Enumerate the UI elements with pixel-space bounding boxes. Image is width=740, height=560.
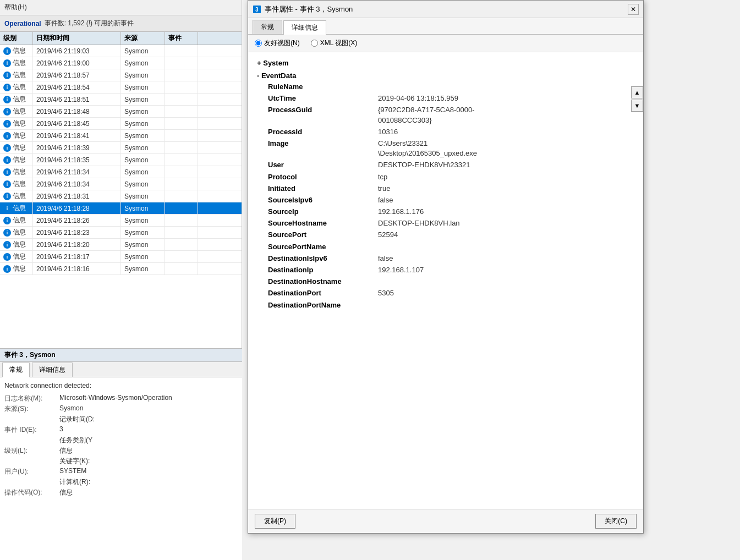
table-row[interactable]: i信息 2019/4/6 21:18:35 Sysmon (0, 154, 242, 166)
prop-row-destinationport: DestinationPort 5305 (268, 288, 634, 298)
table-row[interactable]: i信息 2019/4/6 21:18:54 Sysmon (0, 81, 242, 94)
info-icon: i (3, 217, 11, 224)
copy-button[interactable]: 复制(P) (255, 514, 295, 529)
xml-view-radio[interactable]: XML 视图(X) (311, 39, 358, 48)
table-row[interactable]: i信息 2019/4/6 21:18:34 Sysmon (0, 178, 242, 190)
menu-bar: 帮助(H) (0, 0, 242, 15)
info-icon: i (3, 108, 11, 116)
tab-general[interactable]: 常规 (253, 20, 282, 34)
info-icon: i (3, 120, 11, 128)
friendly-view-label: 友好视图(N) (264, 39, 300, 48)
prop-row-utctime: UtcTime 2019-04-06 13:18:15.959 (268, 94, 634, 103)
event-cell (165, 45, 198, 57)
event-data-fields: RuleName UtcTime 2019-04-06 13:18:15.959… (257, 82, 634, 310)
prop-row-sourceisipv6: SourceIsIpv6 false (268, 195, 634, 205)
event-title-bar: 事件 3，Sysmon (0, 349, 242, 362)
props-table: 日志名称(M): Microsoft-Windows-Sysmon/Operat… (4, 394, 238, 497)
prop-row-sourceportname: SourcePortName (268, 242, 634, 252)
table-row[interactable]: i信息 2019/4/6 21:18:48 Sysmon (0, 106, 242, 118)
dialog-title-text: 事件属性 - 事件 3，Sysmon (265, 4, 353, 14)
bottom-section: 事件 3，Sysmon 常规 详细信息 Network connection d… (0, 348, 242, 560)
info-icon: i (3, 59, 11, 67)
level-text: 信息 (13, 46, 26, 56)
prop-row-destinationisipv6: DestinationIsIpv6 false (268, 254, 634, 263)
event-data-label: EventData (261, 72, 297, 80)
info-icon: i (3, 193, 11, 200)
table-row[interactable]: i信息 2019/4/6 21:18:31 Sysmon (0, 190, 242, 202)
props-row: 操作代码(O): 信息 (4, 488, 238, 497)
scroll-up-button[interactable]: ▲ (631, 86, 643, 98)
scroll-down-button[interactable]: ▼ (631, 100, 643, 112)
prop-row-sourceip: SourceIp 192.168.1.176 (268, 207, 634, 217)
props-row: 用户(U): SYSTEM (4, 467, 238, 476)
table-row[interactable]: i信息 2019/4/6 21:18:20 Sysmon (0, 239, 242, 251)
help-menu[interactable]: 帮助(H) (4, 3, 27, 12)
table-row[interactable]: i信息 2019/4/6 21:18:16 Sysmon (0, 263, 242, 275)
col-source[interactable]: 来源 (121, 32, 165, 45)
col-level[interactable]: 级别 (0, 32, 33, 45)
col-datetime[interactable]: 日期和时间 (33, 32, 121, 45)
table-row-selected[interactable]: i信息 2019/4/6 21:18:28 Sysmon (0, 202, 242, 215)
system-toggle[interactable]: System (257, 59, 634, 67)
prop-row-initiated: Initiated true (268, 184, 634, 194)
prop-row-user: User DESKTOP-EHDK8VH\23321 (268, 160, 634, 170)
tab-details[interactable]: 详细信息 (283, 20, 326, 35)
prop-row-protocol: Protocol tcp (268, 172, 634, 182)
event-data-section: EventData RuleName UtcTime 2019-04-06 13… (257, 72, 634, 310)
table-row[interactable]: i信息 2019/4/6 21:18:23 Sysmon (0, 227, 242, 239)
svg-text:3: 3 (255, 7, 259, 13)
operational-label: Operational (4, 20, 41, 28)
table-row[interactable]: i信息 2019/4/6 21:18:41 Sysmon (0, 130, 242, 142)
col-event[interactable]: 事件 (165, 32, 198, 45)
table-row[interactable]: i信息 2019/4/6 21:18:39 Sysmon (0, 142, 242, 154)
table-row[interactable]: i信息 2019/4/6 21:18:57 Sysmon (0, 69, 242, 81)
dialog-tabs: 常规 详细信息 (248, 18, 643, 35)
tab-general[interactable]: 常规 (2, 363, 30, 377)
friendly-view-radio[interactable]: 友好视图(N) (255, 39, 300, 48)
table-row[interactable]: i信息 2019/4/6 21:18:26 Sysmon (0, 215, 242, 227)
info-icon: i (3, 229, 11, 237)
prop-row-destinationhostname: DestinationHostname (268, 277, 634, 287)
friendly-view-input[interactable] (255, 40, 262, 47)
close-button[interactable]: 关闭(C) (595, 514, 637, 529)
dialog-titlebar: 3 事件属性 - 事件 3，Sysmon ✕ (248, 1, 643, 18)
props-row: 关键字(K): (4, 457, 238, 466)
prop-row-processid: ProcessId 10316 (268, 127, 634, 137)
table-row[interactable]: i信息 2019/4/6 21:19:00 Sysmon (0, 57, 242, 69)
info-icon: i (3, 265, 11, 273)
props-row: 记录时间(D: (4, 415, 238, 424)
prop-row-sourceport: SourcePort 52594 (268, 230, 634, 240)
info-icon: i (3, 132, 11, 140)
info-icon: i (3, 241, 11, 249)
network-message: Network connection detected: (4, 382, 238, 389)
dialog-title: 3 事件属性 - 事件 3，Sysmon (253, 4, 353, 14)
table-row[interactable]: i信息 2019/4/6 21:18:45 Sysmon (0, 118, 242, 130)
props-row: 级别(L): 信息 (4, 446, 238, 455)
info-icon: i (3, 47, 11, 55)
datetime-cell: 2019/4/6 21:19:03 (33, 45, 121, 57)
info-icon: i (3, 156, 11, 164)
table-row[interactable]: i信息 2019/4/6 21:18:51 Sysmon (0, 94, 242, 106)
table-row[interactable]: i信息 2019/4/6 21:19:03 Sysmon (0, 45, 242, 57)
xml-view-input[interactable] (311, 40, 318, 47)
info-icon: i (3, 253, 11, 261)
info-icon: i (3, 144, 11, 152)
dialog-content: ▲ ▼ System EventData RuleName UtcTime 20… (248, 52, 643, 509)
left-panel: 帮助(H) Operational 事件数: 1,592 (!) 可用的新事件 … (0, 0, 242, 560)
prop-row-image: Image C:\Users\23321\Desktop\20165305_up… (268, 139, 634, 158)
event-table: i信息 2019/4/6 21:19:03 Sysmon i信息 2019/4/… (0, 45, 242, 331)
event-list-header: Operational 事件数: 1,592 (!) 可用的新事件 (0, 15, 242, 32)
info-icon: i (3, 168, 11, 176)
event-data-toggle[interactable]: EventData (257, 72, 634, 80)
scroll-arrows: ▲ ▼ (631, 86, 643, 112)
tab-details[interactable]: 详细信息 (32, 363, 73, 377)
bottom-tabs: 常规 详细信息 (0, 362, 242, 377)
table-row[interactable]: i信息 2019/4/6 21:18:34 Sysmon (0, 166, 242, 178)
props-row: 日志名称(M): Microsoft-Windows-Sysmon/Operat… (4, 394, 238, 403)
close-icon[interactable]: ✕ (628, 4, 639, 15)
table-row[interactable]: i信息 2019/4/6 21:18:17 Sysmon (0, 251, 242, 263)
info-icon: i (3, 180, 11, 188)
event-properties-dialog: 3 事件属性 - 事件 3，Sysmon ✕ 常规 详细信息 友好视图(N) X… (248, 0, 644, 534)
info-icon: i (3, 96, 11, 103)
event-count-label: 事件数: 1,592 (!) 可用的新事件 (45, 19, 134, 28)
